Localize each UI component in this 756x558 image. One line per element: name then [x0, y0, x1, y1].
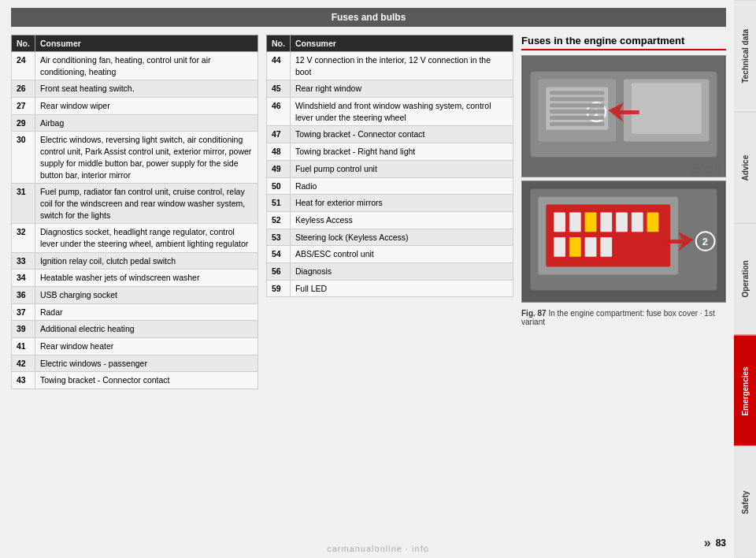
fuse-consumer: Keyless Access: [290, 211, 513, 229]
fuse-consumer: Front seat heating switch.: [35, 80, 258, 98]
svg-rect-6: [632, 84, 702, 134]
table-row: 31 Fuel pump, radiator fan control unit,…: [12, 184, 258, 224]
fuse-no: 54: [267, 246, 291, 263]
svg-rect-24: [616, 212, 628, 232]
table-row: 47 Towing bracket - Connector contact: [267, 126, 513, 143]
fuse-section-title: Fuses in the engine compartment: [521, 35, 726, 50]
fuse-consumer: Fuel pump, radiator fan control unit, cr…: [35, 184, 258, 224]
svg-rect-11: [550, 97, 604, 101]
table-row: 56 Diagnosis: [267, 262, 513, 280]
table-row: 44 12 V connection in the interior, 12 V…: [267, 52, 513, 80]
sidebar-item-advice[interactable]: Advice: [734, 112, 756, 224]
svg-rect-12: [550, 103, 604, 107]
sidebar-item-emergencies[interactable]: Emergencies: [734, 335, 756, 447]
fuse-consumer: Windshield and front window washing syst…: [290, 98, 513, 126]
fuse-consumer: USB charging socket: [35, 287, 258, 304]
content-area: Fuses and bulbs No. Consumer 24 Air cond…: [0, 0, 734, 558]
svg-rect-26: [647, 212, 659, 232]
fuse-consumer: Radar: [35, 303, 258, 321]
fuse-img-container: 1 60A-0274: [521, 55, 726, 326]
sidebar-item-operation[interactable]: Operation: [734, 223, 756, 335]
table-row: 27 Rear window wiper: [12, 98, 258, 115]
fuse-no: 42: [12, 355, 35, 372]
left-fuse-table: No. Consumer 24 Air conditioning fan, he…: [11, 35, 258, 389]
svg-rect-14: [550, 116, 604, 120]
page-title: Fuses and bulbs: [332, 12, 406, 23]
fuse-consumer: Rear window heater: [35, 338, 258, 355]
fuse-image-bottom: 2: [521, 180, 726, 303]
svg-rect-13: [550, 110, 604, 113]
table-row: 29 Airbag: [12, 114, 258, 132]
fuse-consumer: Airbag: [35, 114, 258, 132]
fig-caption-text: In the engine compartment: fuse box cove…: [521, 309, 715, 326]
table-row: 33 Ignition relay coil, clutch pedal swi…: [12, 252, 258, 270]
fig-label-caption: Fig. 87: [521, 309, 547, 318]
fuse-no: 56: [267, 262, 291, 280]
right-col-consumer-header: Consumer: [290, 35, 513, 52]
svg-text:2: 2: [702, 236, 708, 247]
fuse-no: 36: [12, 287, 35, 304]
sidebar-item-technical-data[interactable]: Technical data: [734, 0, 756, 112]
table-row: 37 Radar: [12, 303, 258, 321]
fuse-no: 50: [267, 177, 291, 195]
fuse-consumer: Ignition relay coil, clutch pedal switch: [35, 252, 258, 270]
svg-rect-23: [600, 212, 612, 232]
table-row: 46 Windshield and front window washing s…: [267, 98, 513, 126]
fuse-consumer: Additional electric heating: [35, 321, 258, 338]
left-table: No. Consumer 24 Air conditioning fan, he…: [11, 35, 258, 533]
fuse-consumer: Electric windows, reversing light switch…: [35, 132, 258, 184]
fuse-no: 46: [267, 98, 291, 126]
fuse-no: 31: [12, 184, 35, 224]
table-row: 42 Electric windows - passenger: [12, 355, 258, 372]
fuse-no: 51: [267, 195, 291, 212]
svg-rect-10: [550, 91, 604, 95]
page-number: 83: [716, 538, 726, 549]
svg-rect-29: [585, 237, 597, 257]
fuse-consumer: Diagnostics socket, headlight range regu…: [35, 224, 258, 252]
fuse-no: 32: [12, 224, 35, 252]
svg-rect-21: [569, 212, 581, 232]
fuse-no: 45: [267, 80, 291, 98]
fuse-section: Fuses in the engine compartment: [521, 35, 726, 533]
svg-rect-22: [585, 212, 597, 232]
fuse-consumer: Heat for exterior mirrors: [290, 195, 513, 212]
table-row: 24 Air conditioning fan, heating, contro…: [12, 52, 258, 80]
fuse-consumer: Towing bracket - Connector contact: [290, 126, 513, 143]
fuse-consumer: Steering lock (Keyless Access): [290, 229, 513, 246]
right-table: No. Consumer 44 12 V connection in the i…: [266, 35, 513, 533]
table-row: 26 Front seat heating switch.: [12, 80, 258, 98]
fuse-no: 30: [12, 132, 35, 184]
svg-rect-28: [569, 237, 581, 257]
table-row: 45 Rear right window: [267, 80, 513, 98]
fuse-consumer: 12 V connection in the interior, 12 V co…: [290, 52, 513, 80]
chevron-icon: »: [704, 536, 711, 550]
svg-rect-30: [600, 237, 612, 257]
fuse-no: 24: [12, 52, 35, 80]
svg-rect-20: [554, 212, 565, 232]
fuse-no: 48: [267, 143, 291, 161]
fuse-no: 39: [12, 321, 35, 338]
main-container: Fuses and bulbs No. Consumer 24 Air cond…: [0, 0, 756, 558]
fuse-consumer: Towing bracket - Connector contact: [35, 372, 258, 389]
fuse-image-top: 1 60A-0274: [521, 55, 726, 177]
sidebar-item-safety[interactable]: Safety: [734, 446, 756, 558]
svg-rect-15: [550, 122, 604, 126]
left-col-consumer-header: Consumer: [35, 35, 258, 52]
fuse-consumer: Heatable washer jets of windscreen washe…: [35, 270, 258, 287]
table-row: 32 Diagnostics socket, headlight range r…: [12, 224, 258, 252]
fuse-no: 33: [12, 252, 35, 270]
fuse-consumer: Air conditioning fan, heating, control u…: [35, 52, 258, 80]
table-row: 36 USB charging socket: [12, 287, 258, 304]
fuse-consumer: ABS/ESC control unit: [290, 246, 513, 263]
fuse-no: 49: [267, 160, 291, 177]
table-row: 49 Fuel pump control unit: [267, 160, 513, 177]
fuse-no: 26: [12, 80, 35, 98]
fuse-no: 43: [12, 372, 35, 389]
svg-rect-27: [554, 237, 565, 257]
table-row: 53 Steering lock (Keyless Access): [267, 229, 513, 246]
table-row: 59 Full LED: [267, 280, 513, 297]
table-row: 51 Heat for exterior mirrors: [267, 195, 513, 212]
fuse-consumer: Towing bracket - Right hand light: [290, 143, 513, 161]
table-row: 39 Additional electric heating: [12, 321, 258, 338]
table-row: 34 Heatable washer jets of windscreen wa…: [12, 270, 258, 287]
